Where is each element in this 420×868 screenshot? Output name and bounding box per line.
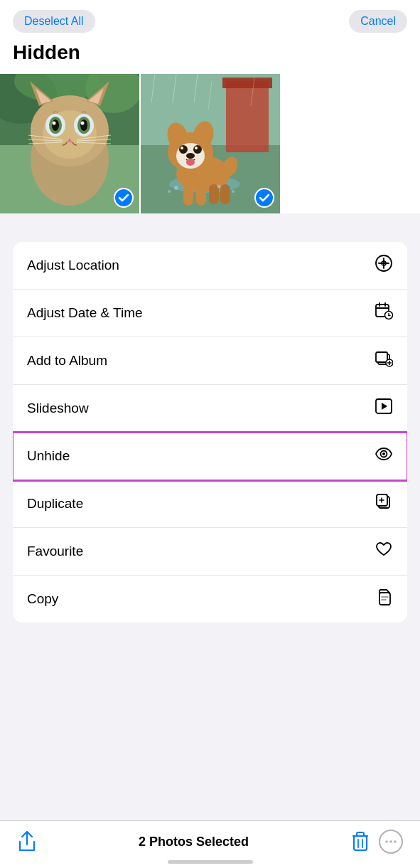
photo-dog-cell[interactable] xyxy=(141,74,280,213)
photo-grid xyxy=(0,74,420,213)
svg-rect-71 xyxy=(376,352,387,362)
eye-icon xyxy=(375,445,393,467)
bottom-pad xyxy=(0,631,420,702)
menu-item-duplicate[interactable]: Duplicate xyxy=(13,480,407,528)
ellipsis-icon xyxy=(385,840,397,843)
menu-item-copy[interactable]: Copy xyxy=(13,576,407,623)
heart-icon xyxy=(375,540,393,563)
svg-point-55 xyxy=(174,186,178,190)
menu-item-slideshow[interactable]: Slideshow xyxy=(13,385,407,433)
svg-point-90 xyxy=(389,840,392,843)
svg-point-49 xyxy=(179,145,188,154)
top-bar: Deselect All Cancel xyxy=(0,0,420,40)
page-title: Hidden xyxy=(13,41,407,64)
menu-item-favourite[interactable]: Favourite xyxy=(13,528,407,576)
svg-marker-76 xyxy=(382,403,387,410)
share-button[interactable] xyxy=(17,830,37,853)
action-menu: Adjust Location Adjust Date & Time xyxy=(13,242,407,623)
spacer xyxy=(0,213,420,242)
photo-cat-cell[interactable] xyxy=(0,74,139,213)
trash-icon xyxy=(350,830,370,853)
svg-point-89 xyxy=(385,840,388,843)
svg-point-19 xyxy=(53,122,56,125)
more-button[interactable] xyxy=(379,830,403,854)
menu-item-add-to-album[interactable]: Add to Album xyxy=(13,337,407,385)
cancel-button[interactable]: Cancel xyxy=(349,10,407,33)
share-icon xyxy=(17,830,37,853)
photo-selected-check-2 xyxy=(254,188,274,208)
svg-rect-32 xyxy=(222,78,272,88)
svg-point-58 xyxy=(168,190,171,193)
duplicate-icon xyxy=(375,492,393,515)
add-album-icon xyxy=(375,349,393,372)
home-indicator xyxy=(168,860,253,864)
photo-selected-check-1 xyxy=(114,188,134,208)
delete-button[interactable] xyxy=(350,830,370,853)
svg-point-53 xyxy=(186,153,195,159)
svg-point-91 xyxy=(394,840,397,843)
action-sheet: Adjust Location Adjust Date & Time xyxy=(0,242,420,623)
svg-point-57 xyxy=(232,190,235,193)
svg-point-18 xyxy=(80,120,87,131)
svg-rect-86 xyxy=(354,836,367,850)
menu-item-unhide[interactable]: Unhide xyxy=(13,433,407,480)
calendar-clock-icon xyxy=(375,302,393,324)
svg-rect-40 xyxy=(183,184,193,206)
deselect-all-button[interactable]: Deselect All xyxy=(13,10,95,33)
page-title-area: Hidden xyxy=(0,40,420,74)
svg-rect-41 xyxy=(196,184,206,206)
menu-item-adjust-date-time[interactable]: Adjust Date & Time xyxy=(13,290,407,337)
play-icon xyxy=(375,397,393,420)
svg-point-51 xyxy=(181,147,183,149)
svg-rect-83 xyxy=(379,593,390,605)
svg-point-78 xyxy=(382,452,385,455)
svg-rect-31 xyxy=(226,81,269,152)
svg-point-56 xyxy=(217,185,221,189)
location-icon xyxy=(375,254,393,277)
svg-point-17 xyxy=(52,120,59,131)
svg-point-50 xyxy=(193,145,202,154)
copy-icon xyxy=(375,588,393,610)
svg-rect-43 xyxy=(220,184,230,204)
menu-item-adjust-location[interactable]: Adjust Location xyxy=(13,242,407,290)
svg-point-20 xyxy=(81,122,85,125)
selected-count-label: 2 Photos Selected xyxy=(139,835,249,850)
svg-point-52 xyxy=(195,147,198,149)
svg-point-54 xyxy=(186,159,195,166)
